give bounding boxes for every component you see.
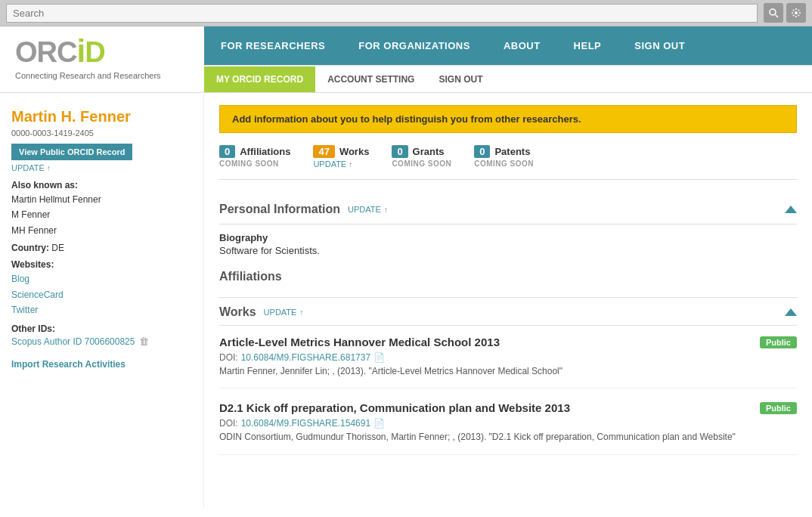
- alert-banner: Add information about you to help distin…: [219, 105, 797, 133]
- patents-label: Patents: [494, 146, 530, 157]
- stat-affiliations: 0 Affiliations COMING SOON: [219, 145, 290, 169]
- header: ORCiD Connecting Research and Researcher…: [0, 26, 812, 93]
- sidebar-orcid-id: 0000-0003-1419-2405: [11, 128, 192, 138]
- affiliations-section-title: Affiliations: [219, 264, 797, 289]
- country-value: DE: [51, 243, 64, 253]
- grants-sublabel: COMING SOON: [392, 159, 451, 168]
- works-collapse[interactable]: [785, 308, 797, 316]
- main-nav: FOR RESEARCHERS FOR ORGANIZATIONS ABOUT …: [204, 26, 812, 92]
- alias-1: Martin Hellmut Fenner: [11, 192, 192, 207]
- stat-grants: 0 Grants COMING SOON: [392, 145, 451, 169]
- nav-my-orcid-record[interactable]: MY ORCID RECORD: [204, 67, 315, 92]
- websites-label: Websites:: [11, 259, 192, 270]
- work-doi-1: DOI: 10.6084/M9.FIGSHARE.681737 📄: [219, 352, 797, 363]
- website-sciencecard[interactable]: ScienceCard: [11, 287, 192, 302]
- work-item: Article-Level Metrics Hannover Medical S…: [219, 335, 797, 389]
- nav-sign-out-top[interactable]: SIGN OUT: [618, 26, 702, 65]
- other-ids-label: Other IDs:: [11, 324, 192, 334]
- alias-2: M Fenner: [11, 207, 192, 222]
- personal-info-collapse[interactable]: [785, 206, 797, 213]
- logo-tagline: Connecting Research and Researchers: [15, 70, 189, 81]
- import-research-link[interactable]: Import Research Activities: [11, 359, 192, 370]
- patents-count: 0: [474, 145, 490, 158]
- also-known-as-label: Also known as:: [11, 180, 192, 190]
- public-badge-2: Public: [760, 402, 797, 414]
- alias-3: MH Fenner: [11, 223, 192, 238]
- works-stat-update[interactable]: UPDATE: [313, 159, 369, 169]
- affiliations-label: Affiliations: [240, 146, 290, 157]
- works-header: Works UPDATE: [219, 305, 797, 326]
- search-icon-btn[interactable]: [764, 3, 783, 23]
- stats-row: 0 Affiliations COMING SOON 47 Works UPDA…: [219, 145, 797, 180]
- doi-link-1[interactable]: 10.6084/M9.FIGSHARE.681737: [241, 352, 370, 363]
- svg-line-1: [776, 15, 779, 18]
- affiliations-count: 0: [219, 145, 235, 158]
- sidebar-user-name: Martin H. Fenner: [11, 108, 192, 125]
- stat-patents: 0 Patents COMING SOON: [474, 145, 534, 169]
- nav-for-organizations[interactable]: FOR ORGANIZATIONS: [342, 26, 487, 65]
- scopus-id-link[interactable]: Scopus Author ID 7006600825: [11, 336, 135, 347]
- doi-label-2: DOI:: [219, 418, 238, 429]
- nav-top: FOR RESEARCHERS FOR ORGANIZATIONS ABOUT …: [204, 26, 812, 65]
- works-title: Works: [219, 305, 256, 319]
- works-update[interactable]: UPDATE: [264, 308, 304, 317]
- search-input[interactable]: [6, 4, 758, 23]
- nav-account-setting[interactable]: ACCOUNT SETTING: [315, 67, 426, 92]
- doc-icon-2: 📄: [373, 418, 385, 429]
- affiliations-section: Affiliations: [219, 264, 797, 298]
- country-label: Country:: [11, 243, 49, 253]
- works-count: 47: [313, 145, 334, 158]
- nav-sign-out-sub[interactable]: SIGN OUT: [426, 67, 494, 92]
- nav-for-researchers[interactable]: FOR RESEARCHERS: [204, 26, 342, 65]
- settings-icon-btn[interactable]: [786, 3, 806, 23]
- works-section: Works UPDATE Article-Level Metrics Hanno…: [219, 305, 797, 455]
- public-badge-1: Public: [760, 336, 797, 348]
- work-authors-1: Martin Fenner, Jennifer Lin; , (2013). "…: [219, 365, 797, 378]
- view-public-record-button[interactable]: View Public ORCID Record: [11, 144, 132, 160]
- country-line: Country: DE: [11, 243, 192, 253]
- nav-about[interactable]: ABOUT: [487, 26, 557, 65]
- svg-point-2: [795, 11, 798, 14]
- personal-info-update[interactable]: UPDATE: [348, 205, 388, 214]
- sidebar: Martin H. Fenner 0000-0003-1419-2405 Vie…: [0, 93, 204, 509]
- biography-label: Biography: [219, 232, 797, 243]
- logo-area: ORCiD Connecting Research and Researcher…: [0, 26, 204, 92]
- website-blog[interactable]: Blog: [11, 271, 192, 286]
- work-doi-2: DOI: 10.6084/M9.FIGSHARE.154691 📄: [219, 418, 797, 429]
- trash-icon[interactable]: 🗑: [139, 336, 149, 347]
- svg-point-0: [770, 9, 776, 15]
- personal-info-title: Personal Information: [219, 203, 340, 216]
- biography-text: Software for Scientists.: [219, 245, 797, 256]
- content-layout: Martin H. Fenner 0000-0003-1419-2405 Vie…: [0, 93, 812, 509]
- work-item: D2.1 Kick off preparation, Communication…: [219, 401, 797, 454]
- doi-link-2[interactable]: 10.6084/M9.FIGSHARE.154691: [241, 418, 370, 429]
- top-bar: [0, 0, 812, 26]
- works-label: Works: [339, 146, 370, 157]
- scopus-id-row: Scopus Author ID 7006600825 🗑: [11, 336, 192, 347]
- doi-label-1: DOI:: [219, 352, 238, 363]
- affiliations-sublabel: COMING SOON: [219, 159, 290, 168]
- work-title-2: D2.1 Kick off preparation, Communication…: [219, 401, 752, 416]
- work-authors-2: ODIN Consortium, Gudmundur Thorisson, Ma…: [219, 431, 797, 444]
- patents-sublabel: COMING SOON: [474, 159, 534, 168]
- nav-help[interactable]: HELP: [557, 26, 618, 65]
- personal-info-section: Personal Information UPDATE Biography So…: [219, 195, 797, 256]
- logo: ORCiD: [15, 36, 189, 67]
- website-twitter[interactable]: Twitter: [11, 302, 192, 317]
- grants-label: Grants: [413, 146, 445, 157]
- nav-sub: MY ORCID RECORD ACCOUNT SETTING SIGN OUT: [204, 65, 812, 92]
- sidebar-update-link[interactable]: UPDATE: [11, 163, 192, 172]
- stat-works: 47 Works UPDATE: [313, 145, 369, 169]
- grants-count: 0: [392, 145, 408, 158]
- doc-icon-1: 📄: [373, 352, 385, 363]
- personal-info-header: Personal Information UPDATE: [219, 195, 797, 224]
- work-title-1: Article-Level Metrics Hannover Medical S…: [219, 335, 752, 350]
- main-content: Add information about you to help distin…: [204, 93, 812, 509]
